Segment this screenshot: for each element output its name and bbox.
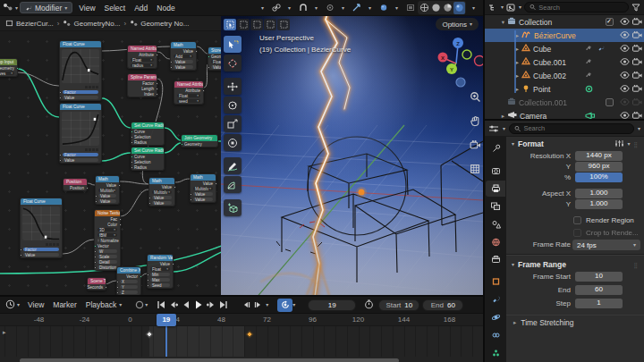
properties-tab-constraint[interactable] bbox=[486, 326, 505, 343]
properties-options-caret[interactable]: ▾ bbox=[638, 126, 640, 131]
playhead-line[interactable] bbox=[165, 326, 167, 357]
tool-annotate[interactable] bbox=[224, 157, 242, 174]
property-value-field[interactable]: 60 bbox=[575, 285, 623, 295]
channel-expand-arrow[interactable]: ▸ bbox=[3, 329, 6, 336]
timeline-menu-playback[interactable]: Playback▾ bbox=[81, 300, 127, 309]
node-math-add[interactable]: MathValueAdd▾ValueValue bbox=[170, 41, 197, 71]
next-key-button[interactable] bbox=[205, 299, 216, 312]
node-canvas[interactable]: Group InputGeometryCurves▾Float Curve Fa… bbox=[0, 32, 221, 295]
caret-icon[interactable]: ▾ bbox=[257, 2, 268, 14]
outliner-row-collection[interactable]: ▾Collection✓ bbox=[485, 15, 644, 29]
node-noise-texture[interactable]: Noise TextureFacColor3D▾fBM▾NormalizeVec… bbox=[94, 209, 121, 271]
gizmo-y-neg[interactable] bbox=[462, 50, 471, 59]
properties-tab-world[interactable] bbox=[486, 233, 505, 250]
properties-tab-object[interactable] bbox=[486, 274, 505, 290]
node-set-curve-radius-1[interactable]: Set Curve RadiusCurveSelectionRadius bbox=[131, 122, 165, 146]
playhead-tag[interactable]: 19 bbox=[157, 314, 176, 326]
curve-widget[interactable] bbox=[62, 49, 99, 83]
outliner-row-béziercurve[interactable]: ▸BézierCurve bbox=[485, 29, 644, 42]
node-spline-parameter[interactable]: Spline ParameterFactorLengthIndex bbox=[127, 73, 157, 97]
tool-rotate[interactable] bbox=[224, 97, 242, 114]
snap-magnet-icon[interactable] bbox=[297, 2, 309, 14]
outliner-display-mode-icon[interactable] bbox=[488, 0, 498, 15]
property-value-field[interactable]: 1 bbox=[575, 299, 623, 308]
node-scene-time[interactable]: Scene TimeSeconds bbox=[87, 277, 106, 290]
properties-tab-data[interactable] bbox=[486, 344, 505, 361]
next-frame-button[interactable] bbox=[252, 299, 264, 312]
properties-tab-scene[interactable] bbox=[486, 215, 505, 232]
property-value-field[interactable]: 10 bbox=[575, 272, 623, 282]
outliner-row-cube-002[interactable]: ▸Cube.002 bbox=[485, 69, 644, 82]
node-group-input[interactable]: Group InputGeometryCurves▾ bbox=[0, 58, 18, 77]
disable-in-render-toggle[interactable] bbox=[632, 98, 642, 105]
properties-tab-tool[interactable] bbox=[486, 140, 505, 157]
node-random-value[interactable]: Random ValueValueFloat▾MinMaxSeed bbox=[147, 254, 174, 289]
properties-tab-output[interactable] bbox=[486, 181, 505, 198]
properties-type-icon[interactable] bbox=[488, 121, 499, 137]
jump-start-button[interactable] bbox=[155, 299, 166, 312]
outliner-search-input[interactable] bbox=[538, 4, 623, 12]
collection-checkbox[interactable] bbox=[606, 98, 614, 106]
breadcrumb-item[interactable]: BézierCur... bbox=[5, 20, 54, 28]
caret-icon[interactable]: ▾ bbox=[364, 2, 376, 14]
hide-in-viewport-toggle[interactable] bbox=[620, 58, 630, 65]
outliner-row-collection-001[interactable]: Collection.001 bbox=[485, 96, 644, 109]
navigation-gizmo[interactable]: Z X Y bbox=[436, 30, 483, 91]
select-mode-tweak[interactable] bbox=[224, 19, 236, 30]
select-mode-circle[interactable] bbox=[250, 19, 263, 30]
link-icon[interactable] bbox=[270, 2, 282, 14]
format-presets-icon[interactable] bbox=[614, 139, 624, 149]
hide-in-viewport-toggle[interactable] bbox=[620, 112, 630, 119]
menu-select[interactable]: Select bbox=[100, 4, 131, 13]
node-float-curve-3[interactable]: Float Curve FactorValue bbox=[20, 198, 63, 258]
start-frame-field[interactable]: Start 10 bbox=[378, 299, 419, 311]
properties-tab-modifier[interactable] bbox=[486, 291, 505, 308]
panel-grip[interactable]: ⣿ bbox=[634, 262, 639, 268]
preview-range-icon[interactable] bbox=[364, 299, 374, 311]
keying-set-button[interactable] bbox=[277, 299, 292, 312]
curve-widget[interactable] bbox=[62, 112, 99, 146]
play-button[interactable] bbox=[192, 299, 204, 312]
hide-in-viewport-toggle[interactable] bbox=[620, 85, 630, 92]
caret-icon[interactable]: ▾ bbox=[468, 2, 479, 14]
caret-icon[interactable]: ▾ bbox=[310, 2, 322, 14]
caret-icon[interactable]: ▾ bbox=[337, 2, 349, 14]
outliner-search[interactable] bbox=[524, 2, 629, 13]
checkbox[interactable] bbox=[573, 216, 581, 224]
zoom-icon[interactable] bbox=[470, 89, 480, 105]
time-stretching-panel-header[interactable]: ▸ Time Stretching bbox=[506, 315, 644, 329]
caret-icon[interactable]: ▾ bbox=[284, 2, 295, 14]
timeline-menu-marker[interactable]: Marker bbox=[48, 300, 80, 309]
gizmo-z-neg[interactable] bbox=[456, 78, 465, 87]
tool-move[interactable] bbox=[224, 78, 242, 95]
node-editor-type-icon[interactable] bbox=[3, 3, 13, 13]
property-value-field[interactable]: 1440 px bbox=[575, 151, 623, 161]
caret-icon[interactable]: ▾ bbox=[391, 2, 402, 14]
panel-grip[interactable]: ⣿ bbox=[634, 141, 639, 147]
properties-tab-view-layer[interactable] bbox=[486, 198, 505, 215]
node-set-curve-radius-2[interactable]: Set Curve RadiusCurveSelectionRadius bbox=[131, 147, 165, 171]
node-mode-dropdown[interactable]: Modifier ▾ bbox=[20, 2, 72, 13]
disable-in-render-toggle[interactable] bbox=[632, 45, 642, 52]
hide-in-viewport-toggle[interactable] bbox=[620, 31, 630, 38]
node-math-multiply-2[interactable]: MathValueMultiply▾ValueValue bbox=[148, 177, 175, 206]
breadcrumb-item[interactable]: GeometryNo... bbox=[63, 20, 120, 28]
timeline-ruler[interactable]: -48-24024487296120144168192 bbox=[0, 314, 483, 326]
timeline-type-icon[interactable] bbox=[5, 299, 15, 311]
hide-in-viewport-toggle[interactable] bbox=[620, 18, 630, 25]
property-value-field[interactable]: 1.000 bbox=[575, 199, 623, 209]
node-named-attribute-1[interactable]: Named AttributeAttributeFloat▾radius▾ bbox=[127, 45, 157, 69]
camera-view-icon[interactable] bbox=[470, 138, 480, 154]
node-float-curve-1[interactable]: Float Curve FactorValue bbox=[59, 40, 102, 101]
pan-icon[interactable] bbox=[470, 114, 480, 130]
jump-end-button[interactable] bbox=[217, 299, 229, 312]
tool-measure[interactable] bbox=[224, 176, 242, 193]
autokey-circle-button[interactable] bbox=[133, 299, 145, 312]
select-mode-box[interactable] bbox=[237, 19, 250, 30]
outliner-row-point[interactable]: ▸Point bbox=[485, 82, 644, 96]
timeline-track[interactable] bbox=[0, 326, 483, 357]
shading-material-icon[interactable] bbox=[442, 2, 453, 14]
node-combine-xyz[interactable]: Combine XYZVectorXYZ bbox=[116, 266, 141, 295]
frame-range-panel-header[interactable]: ▾ Frame Range ⣿ bbox=[506, 257, 644, 272]
disable-in-render-toggle[interactable] bbox=[632, 85, 642, 92]
